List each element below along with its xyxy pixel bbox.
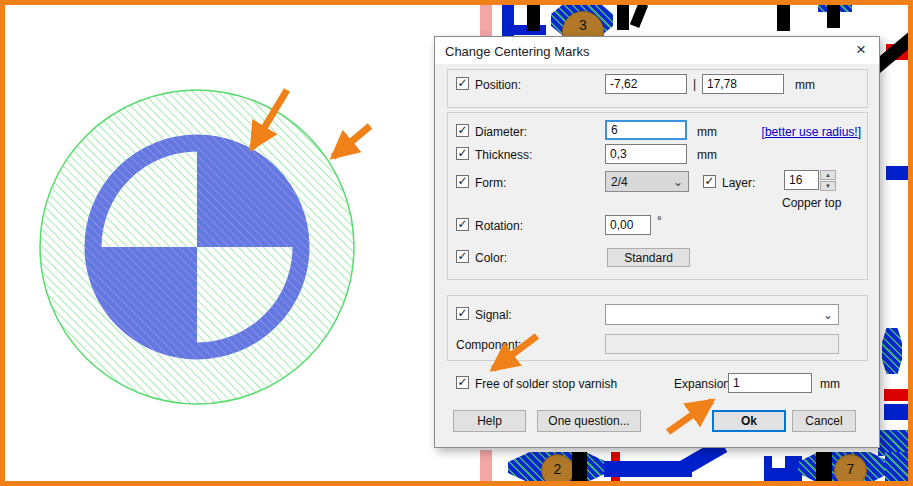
position-checkbox[interactable]: ✓ [456,77,469,90]
form-label: Form: [475,176,506,190]
form-dropdown[interactable]: 2/4 ⌄ [605,171,689,192]
rotation-label: Rotation: [475,219,523,233]
dialog-title: Change Centering Marks [445,44,590,59]
varnish-checkbox[interactable]: ✓ [456,376,469,389]
help-button-label: Help [477,414,502,428]
expansion-input[interactable] [728,373,812,393]
position-y-input[interactable] [702,74,784,94]
check-icon: ✓ [457,148,467,158]
varnish-label: Free of solder stop varnish [475,377,617,391]
cancel-button[interactable]: Cancel [792,410,856,432]
pcb-trace-black-1 [527,5,540,31]
layer-checkbox[interactable]: ✓ [703,175,716,188]
pcb-pad-bottom-left-copper: 2 [541,454,574,486]
check-icon: ✓ [457,377,467,387]
pad-number: 7 [847,461,855,477]
thickness-input[interactable] [605,144,687,164]
position-x-input[interactable] [605,74,687,94]
component-input [605,334,839,354]
signal-label: Signal: [475,308,512,322]
color-checkbox[interactable]: ✓ [456,250,469,263]
check-icon: ✓ [457,78,467,88]
spinner-up-icon[interactable]: ▲ [820,170,836,180]
component-label: Component: [456,338,521,352]
thickness-checkbox[interactable]: ✓ [456,147,469,160]
layer-label: Layer: [722,176,755,190]
pcb-pad-bottom-right-copper: 7 [834,454,867,486]
pcb-pad-right-fragment [882,328,902,374]
diameter-input[interactable] [605,120,687,140]
pcb-pad-bottom-right-ext [885,452,913,483]
pcb-trace-pink-top [480,5,492,36]
pcb-trace-red-right-low [884,389,913,401]
expansion-unit: mm [820,377,840,391]
thickness-unit: mm [697,148,717,162]
ok-button[interactable]: Ok [712,410,786,432]
pcb-trace-black-5 [827,5,840,28]
color-label: Color: [475,251,507,265]
change-centering-marks-dialog: Change Centering Marks × ✓ Position: | m… [434,36,880,448]
layer-name-label: Copper top [782,196,841,210]
form-value: 2/4 [611,175,628,189]
pcb-trace-black-2 [617,5,629,30]
thickness-label: Thickness: [475,148,532,162]
check-icon: ✓ [457,308,467,318]
better-use-radius-link[interactable]: [better use radius!] [762,125,861,139]
position-unit: mm [795,78,815,92]
pcb-elbow-notch [772,456,785,468]
pcb-trace-pink-bottom [480,450,492,481]
check-icon: ✓ [457,219,467,229]
dialog-titlebar[interactable]: Change Centering Marks × [435,37,879,64]
color-standard-button[interactable]: Standard [607,248,690,267]
position-label: Position: [475,78,521,92]
signal-checkbox[interactable]: ✓ [456,307,469,320]
pcb-trace-black-7 [816,452,832,483]
ok-button-label: Ok [741,414,757,428]
signal-dropdown[interactable]: ⌄ [605,304,839,325]
cancel-button-label: Cancel [805,414,842,428]
diameter-label: Diameter: [475,125,527,139]
pad-number: 2 [554,461,562,477]
layer-input[interactable] [784,170,819,190]
pcb-trace-blue-right-low [884,404,913,420]
one-question-button[interactable]: One question... [537,410,641,432]
pad-number: 3 [579,17,587,33]
rotation-checkbox[interactable]: ✓ [456,218,469,231]
diameter-unit: mm [697,125,717,139]
check-icon: ✓ [704,176,714,186]
pcb-trace-black-4 [777,5,790,31]
expansion-label: Expansion: [674,377,733,391]
layer-spinner: ▲ ▼ [820,170,836,191]
check-icon: ✓ [457,176,467,186]
diameter-checkbox[interactable]: ✓ [456,124,469,137]
rotation-unit: ° [657,214,662,228]
check-icon: ✓ [457,125,467,135]
close-icon[interactable]: × [852,41,870,59]
one-question-button-label: One question... [548,414,629,428]
help-button[interactable]: Help [453,410,526,432]
check-icon: ✓ [457,251,467,261]
position-separator: | [693,77,696,91]
pcb-trace-blue-right [886,166,913,180]
chevron-down-icon: ⌄ [823,311,833,319]
pcb-trace-black-6 [572,452,587,483]
chevron-down-icon: ⌄ [673,178,683,186]
rotation-input[interactable] [605,215,651,235]
spinner-down-icon[interactable]: ▼ [820,181,836,191]
color-button-label: Standard [624,251,673,265]
form-checkbox[interactable]: ✓ [456,175,469,188]
